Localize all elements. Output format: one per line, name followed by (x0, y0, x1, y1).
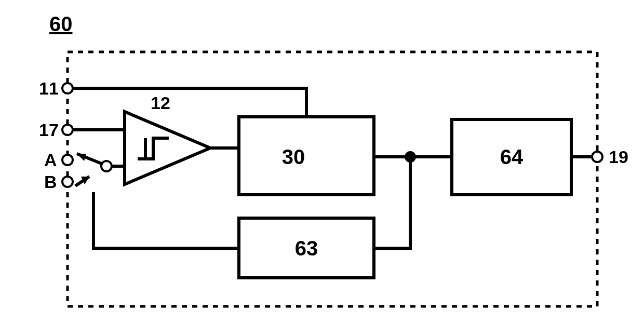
block-63: 63 (239, 218, 374, 278)
terminal-a-label: A (44, 150, 57, 170)
svg-marker-4 (125, 112, 210, 184)
terminal-11-label: 11 (39, 78, 59, 98)
block-30: 30 (239, 117, 374, 195)
terminal-17-label: 17 (39, 120, 59, 140)
terminal-19 (592, 152, 602, 162)
wire-11-to-30 (73, 88, 306, 117)
figure-number: 60 (49, 12, 73, 35)
switch-wiper (77, 154, 103, 164)
svg-rect-5 (239, 117, 374, 195)
block-64-label: 64 (500, 145, 524, 168)
terminal-b (62, 177, 73, 187)
terminal-11 (62, 83, 73, 93)
block-64: 64 (452, 119, 571, 195)
block-diagram: 60 11 17 A B 19 12 30 (0, 0, 644, 323)
block-30-label: 30 (282, 145, 305, 168)
terminal-19-label: 19 (609, 147, 628, 167)
block-63-label: 63 (295, 237, 318, 260)
switch-b-tick (75, 177, 89, 186)
terminal-a (62, 155, 73, 165)
terminal-b-label: B (44, 172, 57, 192)
comparator-12: 12 (125, 93, 210, 184)
wire-node-to-63 (374, 157, 410, 248)
svg-marker-1 (77, 154, 86, 161)
terminal-17 (62, 125, 73, 135)
wire-63-to-switch (93, 192, 239, 248)
comparator-label: 12 (151, 93, 170, 113)
